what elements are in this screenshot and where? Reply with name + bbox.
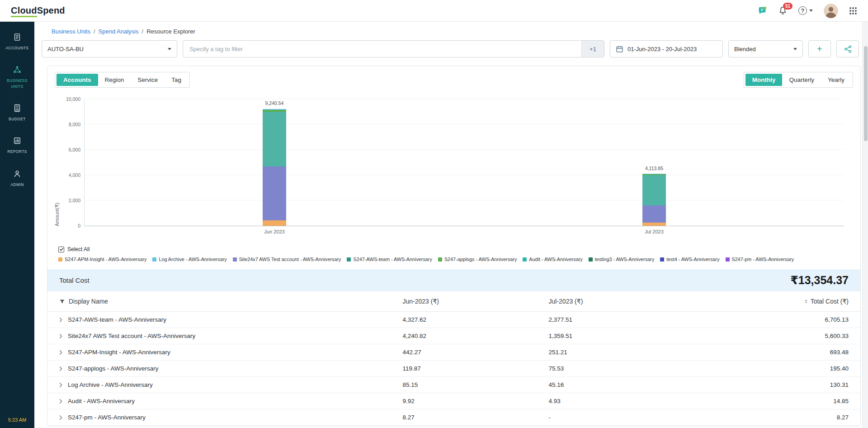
tab-tag[interactable]: Tag [165, 74, 188, 86]
column-total-cost[interactable]: Total Cost (₹) [804, 298, 849, 305]
expand-chevron-icon[interactable] [59, 318, 62, 322]
expand-chevron-icon[interactable] [59, 366, 62, 371]
legend-item[interactable]: Audit - AWS-Anniversary [523, 257, 582, 262]
date-range-picker[interactable]: 01-Jun-2023 - 20-Jul-2023 [610, 40, 723, 57]
tab-yearly[interactable]: Yearly [821, 74, 851, 86]
y-axis-tick: 4,000 [69, 172, 80, 178]
table-row[interactable]: Audit - AWS-Anniversary9.924.9314.85 [47, 393, 860, 409]
business-unit-select[interactable]: AUTO-SA-BU [42, 40, 177, 57]
row-total-cost: 130.31 [830, 381, 849, 388]
filter-funnel-icon[interactable] [59, 299, 65, 304]
row-jun-cost: 119.87 [403, 365, 549, 372]
main-content: Business Units / Spend Analysis / Resour… [34, 22, 868, 428]
legend-item[interactable]: Site24x7 AWS Test account - AWS-Annivers… [233, 257, 341, 262]
row-jun-cost: 4,240.82 [403, 333, 549, 339]
legend-item[interactable]: S247-pm - AWS-Anniversary [726, 257, 794, 262]
tab-quarterly[interactable]: Quarterly [782, 74, 821, 86]
sidebar-item-reports[interactable]: REPORTS [0, 129, 34, 162]
sidebar-item-budget[interactable]: BUDGET [0, 96, 34, 129]
column-jun-2023: Jun-2023 (₹) [403, 298, 549, 305]
bar-segment[interactable] [642, 205, 666, 223]
gridline [85, 175, 844, 175]
row-display-name: S247-applogs - AWS-Anniversary [68, 365, 159, 372]
feedback-icon[interactable] [757, 6, 767, 16]
chart-legend: Select All S247-APM-Insight - AWS-Annive… [47, 243, 860, 269]
breadcrumb-spend-analysis[interactable]: Spend Analysis [99, 28, 139, 35]
business-unit-value: AUTO-SA-BU [47, 46, 84, 52]
y-axis-tick: 2,000 [69, 198, 80, 203]
app-logo[interactable]: CloudSpend [11, 5, 65, 16]
admin-icon [13, 169, 22, 178]
legend-swatch [438, 257, 442, 262]
user-avatar[interactable] [824, 4, 838, 18]
cost-view-select[interactable]: Blended [728, 40, 803, 57]
row-display-name: S247-APM-Insight - AWS-Anniversary [68, 349, 170, 356]
stacked-bar-jul-2023[interactable] [642, 174, 666, 226]
table-row[interactable]: S247-pm - AWS-Anniversary8.27-8.27 [47, 409, 860, 426]
sidebar-nav: ACCOUNTSBUSINESS UNITSBUDGETREPORTSADMIN [0, 25, 34, 195]
period-tabs: MonthlyQuarterlyYearly [744, 72, 853, 88]
table-row[interactable]: S247-applogs - AWS-Anniversary119.8775.5… [47, 361, 860, 377]
notifications-bell-icon[interactable]: 51 [778, 6, 788, 15]
tab-region[interactable]: Region [98, 74, 131, 86]
bar-segment[interactable] [642, 223, 666, 226]
expand-chevron-icon[interactable] [59, 415, 62, 420]
breadcrumb-current: Resource Explorer [146, 28, 195, 35]
legend-items: S247-APM-Insight - AWS-AnniversaryLog Ar… [58, 257, 851, 262]
bar-segment[interactable] [263, 112, 286, 166]
legend-item[interactable]: test4 - AWS-Anniversary [660, 257, 719, 262]
breadcrumb-business-units[interactable]: Business Units [52, 28, 90, 35]
column-total-cost-label: Total Cost (₹) [811, 298, 849, 305]
tab-accounts[interactable]: Accounts [57, 74, 98, 86]
legend-item[interactable]: S247-applogs - AWS-Anniversary [438, 257, 517, 262]
legend-item[interactable]: S247-AWS-team - AWS-Anniversary [347, 257, 432, 262]
row-display-name: Audit - AWS-Anniversary [68, 398, 135, 404]
share-button[interactable] [836, 40, 859, 57]
legend-item[interactable]: testing3 - AWS-Anniversary [589, 257, 655, 262]
expand-chevron-icon[interactable] [59, 383, 62, 387]
legend-item[interactable]: Log Archive - AWS-Anniversary [152, 257, 226, 262]
table-row[interactable]: S247-AWS-team - AWS-Anniversary4,327.622… [47, 312, 860, 328]
sidebar-item-admin[interactable]: ADMIN [0, 162, 34, 195]
expand-chevron-icon[interactable] [59, 399, 62, 404]
table-row[interactable]: Site24x7 AWS Test account - AWS-Annivers… [47, 328, 860, 344]
expand-chevron-icon[interactable] [59, 334, 62, 338]
add-button[interactable]: + [808, 40, 831, 57]
bar-segment[interactable] [263, 166, 286, 220]
apps-grid-icon[interactable] [849, 7, 857, 15]
scrollbar-thumb[interactable] [864, 46, 868, 141]
sidebar-item-label: ACCOUNTS [6, 45, 29, 51]
table-row[interactable]: S247-APM-Insight - AWS-Anniversary442.27… [47, 344, 860, 361]
row-total-cost: 693.48 [830, 349, 849, 356]
legend-label: Audit - AWS-Anniversary [529, 257, 582, 262]
bar-segment[interactable] [642, 175, 666, 205]
expand-chevron-icon[interactable] [59, 350, 62, 355]
row-jul-cost: 1,359.51 [549, 333, 734, 339]
row-jul-cost: 251.21 [549, 349, 734, 356]
legend-item[interactable]: S247-APM-Insight - AWS-Anniversary [58, 257, 146, 262]
row-display-name: Site24x7 AWS Test account - AWS-Annivers… [68, 333, 195, 339]
chevron-down-icon [793, 48, 797, 50]
row-total-cost: 5,600.33 [825, 333, 849, 339]
select-all-checkbox[interactable] [58, 247, 64, 252]
y-axis-tick: 0 [78, 223, 80, 228]
sidebar-item-label: BUSINESS UNITS [1, 78, 33, 89]
table-row[interactable]: Log Archive - AWS-Anniversary85.1545.161… [47, 377, 860, 393]
date-range-value: 01-Jun-2023 - 20-Jul-2023 [627, 46, 697, 52]
vertical-scrollbar[interactable] [862, 22, 868, 428]
row-jul-cost: 2,377.51 [549, 316, 734, 323]
legend-select-all[interactable]: Select All [58, 246, 90, 252]
tab-monthly[interactable]: Monthly [745, 74, 783, 86]
tag-filter-input[interactable] [183, 41, 581, 57]
sidebar-item-business-units[interactable]: BUSINESS UNITS [0, 58, 34, 96]
sidebar-item-accounts[interactable]: ACCOUNTS [0, 25, 34, 58]
help-question-mark: ? [798, 6, 807, 15]
stacked-bar-jun-2023[interactable] [263, 109, 286, 226]
help-icon[interactable]: ? [798, 6, 813, 15]
tag-overflow-chip[interactable]: +1 [581, 41, 604, 57]
sort-icon [804, 299, 808, 304]
bar-total-label: 4,113.85 [645, 166, 663, 171]
bar-segment[interactable] [263, 220, 286, 226]
tab-service[interactable]: Service [131, 74, 165, 86]
chart-toolbar: AccountsRegionServiceTag MonthlyQuarterl… [47, 66, 860, 90]
